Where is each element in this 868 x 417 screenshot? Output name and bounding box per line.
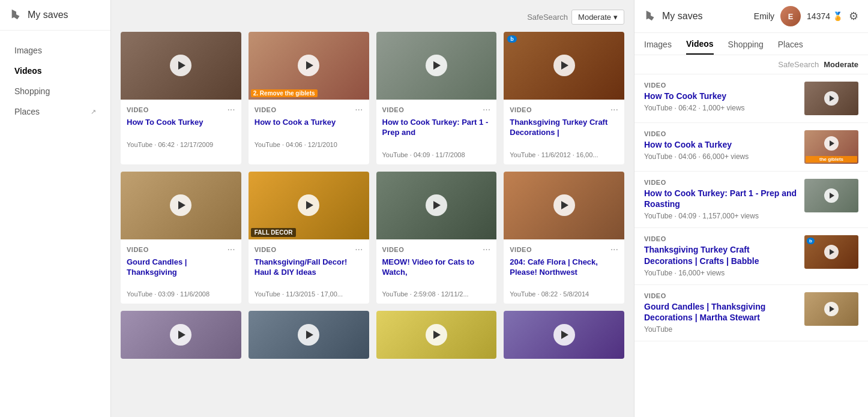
video-thumb-1 [121, 32, 241, 100]
play-button [170, 324, 191, 346]
video-card-9[interactable] [121, 311, 241, 359]
right-item-type: VIDEO [644, 179, 797, 186]
video-type-label: VIDEO [255, 246, 277, 253]
video-card-12[interactable] [504, 311, 624, 359]
right-item-info: VIDEO How To Cook Turkey YouTube · 06:42… [644, 82, 797, 112]
right-item-type: VIDEO [644, 292, 797, 299]
sidebar-item-images[interactable]: Images [0, 40, 110, 61]
gear-icon[interactable]: ⚙ [849, 10, 858, 23]
sidebar-item-shopping[interactable]: Shopping [0, 81, 110, 101]
right-play-button [824, 188, 839, 203]
right-sidebar: My saves Emily E 14374 🏅 ⚙ Images Videos… [634, 0, 868, 417]
right-item-3[interactable]: VIDEO How to Cook Turkey: Part 1 - Prep … [634, 172, 868, 228]
play-button [553, 324, 575, 346]
video-thumb-10 [249, 311, 369, 359]
right-item-title: Thanksgiving Turkey Craft Decorations | … [644, 244, 797, 266]
more-options-icon[interactable]: ··· [610, 244, 618, 255]
video-card-3[interactable]: VIDEO ··· How to Cook Turkey: Part 1 - P… [376, 32, 497, 164]
right-item-title: Gourd Candles | Thanksgiving Decorations… [644, 301, 797, 323]
video-type-label: VIDEO [127, 246, 149, 253]
user-points-display: 14374 🏅 [807, 11, 843, 21]
video-card-4[interactable]: b VIDEO ··· Thanksgiving Turkey Craft De… [504, 32, 624, 164]
video-source: YouTube · 11/3/2015 · 17,00... [255, 290, 363, 298]
right-play-icon [830, 306, 834, 312]
right-play-icon [830, 95, 834, 101]
video-card-6[interactable]: FALL DECOR VIDEO ··· Thanksgiving/Fall D… [249, 172, 369, 304]
right-safesearch-button[interactable]: Moderate [824, 60, 858, 69]
right-item-1[interactable]: VIDEO How To Cook Turkey YouTube · 06:42… [634, 74, 868, 123]
video-card-1[interactable]: VIDEO ··· How To Cook Turkey YouTube · 0… [121, 32, 241, 164]
video-card-10[interactable] [249, 311, 369, 359]
video-title: Gourd Candles | Thanksgiving [127, 257, 235, 278]
external-link-icon: ↗ [91, 108, 96, 116]
user-avatar[interactable]: E [780, 6, 801, 26]
video-card-8[interactable]: VIDEO ··· 204: Café Flora | Check, Pleas… [504, 172, 624, 304]
tab-images[interactable]: Images [644, 40, 672, 54]
tab-places[interactable]: Places [778, 40, 803, 54]
user-info: Emily E 14374 🏅 ⚙ [754, 6, 858, 26]
tab-videos[interactable]: Videos [686, 39, 714, 55]
video-card-2[interactable]: 2. Remove the giblets VIDEO ··· How to C… [249, 32, 369, 164]
video-grid: VIDEO ··· How To Cook Turkey YouTube · 0… [121, 32, 624, 359]
right-item-source: YouTube · 16,000+ views [644, 269, 797, 277]
right-item-type: VIDEO [644, 82, 797, 89]
video-title: MEOW! Video for Cats to Watch, [382, 257, 491, 278]
right-item-info: VIDEO How to Cook a Turkey YouTube · 04:… [644, 130, 797, 161]
right-item-title: How To Cook Turkey [644, 91, 797, 101]
video-card-11[interactable] [376, 311, 497, 359]
right-nav-tabs: Images Videos Shopping Places [634, 33, 868, 55]
right-thumb-2: the giblets [804, 130, 858, 164]
more-options-icon[interactable]: ··· [483, 244, 490, 255]
right-item-type: VIDEO [644, 235, 797, 242]
tab-shopping[interactable]: Shopping [728, 40, 764, 54]
right-item-type: VIDEO [644, 130, 797, 137]
video-info: VIDEO ··· Gourd Candles | Thanksgiving Y… [121, 239, 241, 304]
play-button [170, 194, 191, 216]
right-play-icon [830, 249, 834, 255]
video-thumb-6: FALL DECOR [249, 172, 369, 239]
video-source: YouTube · 11/6/2012 · 16,00... [510, 151, 618, 158]
video-title: How to Cook a Turkey [255, 118, 363, 128]
right-title: My saves [662, 11, 703, 22]
play-button [298, 324, 319, 346]
right-item-source: YouTube · 04:09 · 1,157,000+ views [644, 212, 797, 220]
video-title: How to Cook Turkey: Part 1 - Prep and [382, 118, 491, 138]
right-item-title: How to Cook a Turkey [644, 139, 797, 150]
video-source: YouTube · 03:09 · 11/6/2008 [127, 290, 235, 298]
more-options-icon[interactable]: ··· [355, 104, 363, 115]
video-info: VIDEO ··· How to Cook Turkey: Part 1 - P… [376, 100, 497, 164]
play-icon [433, 331, 441, 339]
right-video-list: VIDEO How To Cook Turkey YouTube · 06:42… [634, 74, 868, 341]
right-item-info: VIDEO Gourd Candles | Thanksgiving Decor… [644, 292, 797, 334]
play-icon [561, 331, 568, 339]
safesearch-label: SafeSearch [527, 13, 568, 22]
more-options-icon[interactable]: ··· [610, 104, 618, 115]
video-card-7[interactable]: VIDEO ··· MEOW! Video for Cats to Watch,… [376, 172, 497, 304]
safesearch-button[interactable]: Moderate ▾ [571, 10, 624, 25]
more-options-icon[interactable]: ··· [227, 104, 235, 115]
video-thumb-11 [376, 311, 497, 359]
play-icon [306, 61, 313, 70]
right-item-5[interactable]: VIDEO Gourd Candles | Thanksgiving Decor… [634, 285, 868, 341]
right-item-source: YouTube [644, 325, 797, 334]
play-button [426, 194, 447, 216]
video-source: YouTube · 08:22 · 5/8/2014 [510, 290, 618, 298]
right-item-info: VIDEO How to Cook Turkey: Part 1 - Prep … [644, 179, 797, 220]
play-icon [306, 331, 313, 339]
right-item-2[interactable]: VIDEO How to Cook a Turkey YouTube · 04:… [634, 123, 868, 172]
video-info: VIDEO ··· Thanksgiving/Fall Decor! Haul … [249, 239, 369, 304]
more-options-icon[interactable]: ··· [227, 244, 235, 255]
right-play-button [824, 136, 839, 151]
right-item-4[interactable]: VIDEO Thanksgiving Turkey Craft Decorati… [634, 228, 868, 284]
more-options-icon[interactable]: ··· [355, 244, 363, 255]
sidebar-item-places[interactable]: Places ↗ [0, 101, 110, 122]
play-button [426, 324, 447, 346]
video-type-label: VIDEO [127, 106, 149, 113]
video-info: VIDEO ··· How to Cook a Turkey YouTube ·… [249, 100, 369, 154]
sidebar-item-videos[interactable]: Videos [0, 61, 110, 81]
video-card-5[interactable]: VIDEO ··· Gourd Candles | Thanksgiving Y… [121, 172, 241, 304]
user-name: Emily [754, 11, 774, 21]
play-button [553, 55, 575, 76]
more-options-icon[interactable]: ··· [483, 104, 490, 115]
play-button [553, 194, 575, 216]
